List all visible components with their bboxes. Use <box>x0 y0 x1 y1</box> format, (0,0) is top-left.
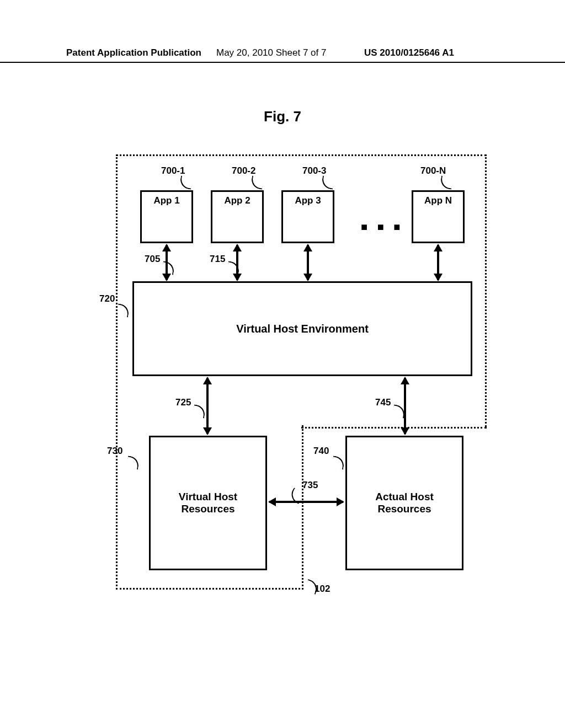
node-label: App N <box>424 195 452 206</box>
ref-700-n: 700-N <box>420 165 446 176</box>
header-middle: May 20, 2010 Sheet 7 of 7 <box>216 47 326 58</box>
node-label: App 2 <box>224 195 250 206</box>
node-app-n: App N <box>412 190 465 243</box>
node-label: Virtual Host Resources <box>179 491 237 515</box>
node-virtual-host-environment: Virtual Host Environment <box>132 281 472 376</box>
header-right: US 2010/0125646 A1 <box>364 47 454 58</box>
ref-700-2: 700-2 <box>232 165 255 176</box>
ref-745: 745 <box>375 397 391 408</box>
ref-730: 730 <box>107 446 122 457</box>
page-header: Patent Application Publication May 20, 2… <box>0 47 565 63</box>
connector-appn-vhe <box>437 245 439 280</box>
node-app-3: App 3 <box>281 190 334 243</box>
ellipsis-icon: ■ ■ ■ <box>361 221 403 233</box>
node-label: App 3 <box>295 195 321 206</box>
ref-715: 715 <box>210 254 225 265</box>
node-actual-host-resources: Actual Host Resources <box>345 436 463 570</box>
header-left: Patent Application Publication <box>66 47 201 58</box>
connector-vhr-ahr <box>269 501 343 503</box>
node-label: App 1 <box>153 195 179 206</box>
ref-740: 740 <box>313 446 329 457</box>
ref-700-3: 700-3 <box>302 165 326 176</box>
ref-700-1: 700-1 <box>161 165 185 176</box>
leader-740 <box>331 456 345 469</box>
connector-vhe-ahr <box>404 378 406 434</box>
node-app-2: App 2 <box>211 190 264 243</box>
ref-735: 735 <box>302 480 318 491</box>
ref-705: 705 <box>145 254 160 265</box>
node-virtual-host-resources: Virtual Host Resources <box>149 436 267 570</box>
diagram-canvas: App 1 App 2 App 3 App N ■ ■ ■ Virtual Ho… <box>83 149 491 596</box>
connector-app3-vhe <box>307 245 309 280</box>
node-app-1: App 1 <box>140 190 193 243</box>
figure-title: Fig. 7 <box>0 108 565 125</box>
node-label: Actual Host Resources <box>375 491 434 515</box>
ref-720: 720 <box>99 293 115 304</box>
ref-725: 725 <box>175 397 191 408</box>
node-label: Virtual Host Environment <box>236 323 369 335</box>
connector-vhe-vhr <box>206 378 209 434</box>
